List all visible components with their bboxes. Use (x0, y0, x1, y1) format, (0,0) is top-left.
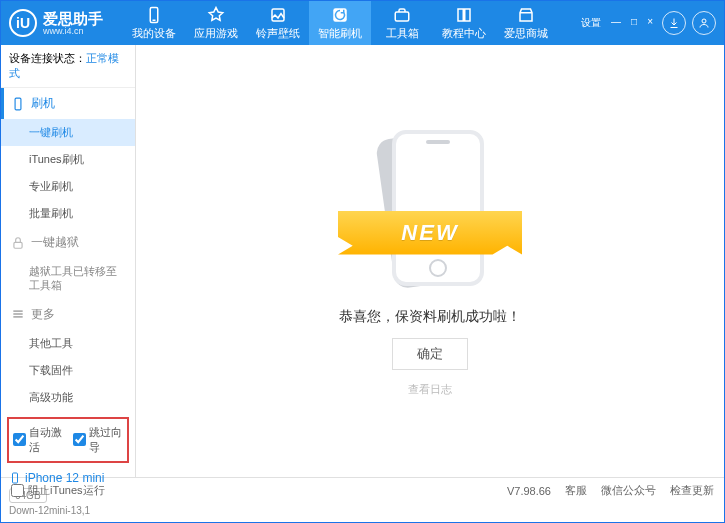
conn-label: 设备连接状态： (9, 52, 86, 64)
sidebar-sub-batch-flash[interactable]: 批量刷机 (1, 200, 135, 227)
download-icon (668, 17, 680, 29)
nav-ringtones[interactable]: 铃声壁纸 (247, 1, 309, 45)
sidebar-cat-flash[interactable]: 刷机 (1, 88, 135, 119)
nav-label: 爱思商城 (504, 26, 548, 41)
nav-label: 我的设备 (132, 26, 176, 41)
checkbox-label: 跳过向导 (89, 425, 123, 455)
sidebar-sub-pro-flash[interactable]: 专业刷机 (1, 173, 135, 200)
phone-icon (145, 6, 163, 24)
nav-label: 智能刷机 (318, 26, 362, 41)
nav-label: 应用游戏 (194, 26, 238, 41)
nav-smart-flash[interactable]: 智能刷机 (309, 1, 371, 45)
skip-guide-checkbox[interactable]: 跳过向导 (73, 425, 123, 455)
menu-icon (11, 307, 25, 321)
phone-icon (11, 97, 25, 111)
account-button[interactable] (692, 11, 716, 35)
device-icon (9, 472, 21, 484)
window-controls: 设置 — □ × (578, 14, 656, 32)
app-logo-icon: iU (9, 9, 37, 37)
sidebar-sub-advanced[interactable]: 高级功能 (1, 384, 135, 411)
connection-status: 设备连接状态：正常模式 (1, 45, 135, 88)
title-bar: iU 爱思助手 www.i4.cn 我的设备 应用游戏 铃声壁纸 智能刷机 工具… (1, 1, 724, 45)
nav-my-device[interactable]: 我的设备 (123, 1, 185, 45)
apps-icon (207, 6, 225, 24)
user-icon (698, 17, 710, 29)
checkbox-label: 阻止iTunes运行 (28, 483, 105, 498)
jailbreak-moved-note: 越狱工具已转移至工具箱 (1, 258, 135, 299)
view-log-link[interactable]: 查看日志 (408, 382, 452, 397)
svg-point-5 (702, 19, 706, 23)
wechat-link[interactable]: 微信公众号 (601, 483, 656, 498)
cat-label: 一键越狱 (31, 234, 79, 251)
svg-rect-11 (13, 473, 18, 483)
store-icon (517, 6, 535, 24)
flash-options-highlight: 自动激活 跳过向导 (7, 417, 129, 463)
download-button[interactable] (662, 11, 686, 35)
cat-label: 刷机 (31, 95, 55, 112)
check-update-link[interactable]: 检查更新 (670, 483, 714, 498)
sidebar-sub-other-tools[interactable]: 其他工具 (1, 330, 135, 357)
block-itunes-checkbox[interactable]: 阻止iTunes运行 (11, 483, 105, 498)
app-name: 爱思助手 (43, 11, 103, 26)
toolbox-icon (393, 6, 411, 24)
checkbox-label: 自动激活 (29, 425, 63, 455)
auto-activate-checkbox[interactable]: 自动激活 (13, 425, 63, 455)
svg-rect-6 (15, 98, 21, 110)
sidebar-cat-more[interactable]: 更多 (1, 299, 135, 330)
book-icon (455, 6, 473, 24)
settings-button[interactable]: 设置 (578, 14, 604, 32)
sidebar-sub-itunes-flash[interactable]: iTunes刷机 (1, 146, 135, 173)
nav-toolbox[interactable]: 工具箱 (371, 1, 433, 45)
support-link[interactable]: 客服 (565, 483, 587, 498)
app-url: www.i4.cn (43, 26, 103, 36)
lock-icon (11, 236, 25, 250)
svg-rect-7 (14, 242, 22, 248)
refresh-icon (331, 6, 349, 24)
svg-rect-4 (395, 12, 409, 21)
wallpaper-icon (269, 6, 287, 24)
sidebar-sub-download-firmware[interactable]: 下载固件 (1, 357, 135, 384)
main-content: NEW 恭喜您，保资料刷机成功啦！ 确定 查看日志 (136, 45, 724, 477)
top-nav: 我的设备 应用游戏 铃声壁纸 智能刷机 工具箱 教程中心 爱思商城 (123, 1, 557, 45)
nav-label: 教程中心 (442, 26, 486, 41)
brand-block: 爱思助手 www.i4.cn (43, 11, 103, 36)
close-button[interactable]: × (644, 14, 656, 32)
sidebar-cat-jailbreak[interactable]: 一键越狱 (1, 227, 135, 258)
minimize-button[interactable]: — (608, 14, 624, 32)
nav-tutorials[interactable]: 教程中心 (433, 1, 495, 45)
success-message: 恭喜您，保资料刷机成功啦！ (339, 308, 521, 326)
cat-label: 更多 (31, 306, 55, 323)
success-illustration: NEW (330, 126, 530, 296)
nav-label: 工具箱 (386, 26, 419, 41)
sidebar: 设备连接状态：正常模式 刷机 一键刷机 iTunes刷机 专业刷机 批量刷机 一… (1, 45, 136, 477)
device-firmware: Down-12mini-13,1 (9, 505, 127, 516)
new-ribbon: NEW (338, 211, 522, 255)
nav-label: 铃声壁纸 (256, 26, 300, 41)
maximize-button[interactable]: □ (628, 14, 640, 32)
nav-apps-games[interactable]: 应用游戏 (185, 1, 247, 45)
nav-store[interactable]: 爱思商城 (495, 1, 557, 45)
sidebar-sub-oneclick-flash[interactable]: 一键刷机 (1, 119, 135, 146)
phone-front-shape (392, 130, 484, 286)
ok-button[interactable]: 确定 (392, 338, 468, 370)
version-label: V7.98.66 (507, 485, 551, 497)
